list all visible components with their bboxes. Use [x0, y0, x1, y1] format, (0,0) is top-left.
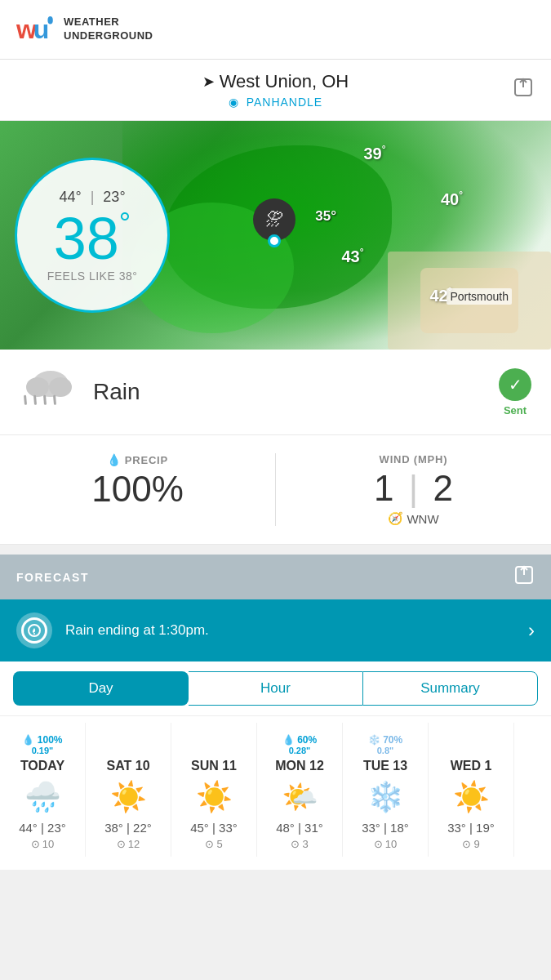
- svg-point-15: [33, 633, 35, 635]
- tue-wind-icon: ⊙: [374, 838, 383, 850]
- alert-text: Rain ending at 1:30pm.: [65, 622, 515, 639]
- mon-precip: 💧 60% 0.28": [282, 729, 317, 755]
- forecast-tabs: Day Hour Summary: [0, 662, 551, 715]
- nav-arrow-icon: ➤: [202, 73, 215, 91]
- svg-text:u: u: [33, 15, 50, 44]
- wind-stat: WIND (MPH) 1 | 2 🧭 WNW: [276, 453, 551, 526]
- wed-icon: ☀️: [453, 780, 490, 814]
- wed-temps: 33° | 19°: [447, 821, 495, 835]
- tue-wind: ⊙ 10: [374, 838, 397, 850]
- today-wind: ⊙ 10: [31, 838, 54, 850]
- compass-icon: 🧭: [388, 511, 403, 526]
- drop-icon: 💧: [107, 453, 122, 466]
- today-precip: 💧 100% 0.19": [22, 729, 62, 755]
- sat-icon: ☀️: [110, 780, 147, 814]
- map-temp-2: 40°: [441, 189, 463, 209]
- forecast-day-tue[interactable]: ❄️ 70% 0.8" TUE 13 ❄️ 33° | 18° ⊙ 10: [343, 723, 429, 857]
- location-bar: ➤ West Union, OH ◉ PANHANDLE: [0, 60, 551, 121]
- mon-wind-icon: ⊙: [291, 838, 300, 850]
- temp-hi-lo: 44° | 23°: [59, 189, 125, 206]
- stats-row: 💧 PRECIP 100% WIND (MPH) 1 | 2 🧭 WNW: [0, 435, 551, 545]
- sun-wind-icon: ⊙: [205, 838, 214, 850]
- forecast-day-sun[interactable]: SUN 11 ☀️ 45° | 33° ⊙ 5: [171, 723, 257, 857]
- rain-cloud-icon: [20, 364, 77, 420]
- condition-row: Rain ✓ Sent: [0, 350, 551, 435]
- forecast-day-sat[interactable]: SAT 10 ☀️ 38° | 22° ⊙ 12: [86, 723, 171, 857]
- sat-wind-icon: ⊙: [117, 838, 126, 850]
- sent-check-icon: ✓: [499, 368, 531, 401]
- sat-wind: ⊙ 12: [117, 838, 140, 850]
- forecast-header: FORECAST: [0, 555, 551, 599]
- svg-point-2: [47, 16, 52, 24]
- forecast-section: FORECAST Rain ending at 1:30pm. › Day Ho…: [0, 555, 551, 870]
- today-icon: 🌧️: [24, 780, 61, 814]
- svg-point-6: [26, 377, 49, 397]
- sat-temps: 38° | 22°: [104, 821, 152, 835]
- sun-icon: ☀️: [196, 780, 233, 814]
- condition-label: Rain: [93, 379, 499, 405]
- tab-day[interactable]: Day: [13, 671, 189, 706]
- temp-divider: |: [91, 189, 95, 205]
- svg-point-7: [49, 377, 72, 397]
- app-header: w u WEATHER UNDERGROUND: [0, 0, 551, 60]
- sun-name: SUN 11: [191, 759, 237, 773]
- today-name: TODAY: [20, 759, 64, 773]
- alert-icon-circle: [16, 612, 52, 648]
- precip-stat: 💧 PRECIP 100%: [0, 453, 276, 526]
- svg-rect-8: [24, 395, 27, 405]
- tue-precip: ❄️ 70% 0.8": [368, 729, 402, 755]
- station-name: ◉ PANHANDLE: [16, 96, 535, 109]
- precip-label: 💧 PRECIP: [16, 453, 259, 466]
- svg-rect-11: [53, 395, 56, 405]
- mon-icon: 🌤️: [282, 780, 318, 814]
- weather-map-card: 44° | 23° 38° FEELS LIKE 38° 39° 40° 43°…: [0, 121, 551, 545]
- radar-map: 44° | 23° 38° FEELS LIKE 38° 39° 40° 43°…: [0, 121, 551, 350]
- wind-label: WIND (MPH): [292, 453, 535, 466]
- tue-name: TUE 13: [363, 759, 407, 773]
- sun-temps: 45° | 33°: [190, 821, 238, 835]
- tab-summary[interactable]: Summary: [362, 671, 538, 706]
- forecast-days-list: 💧 100% 0.19" TODAY 🌧️ 44° | 23° ⊙ 10 SAT…: [0, 715, 551, 870]
- forecast-day-today[interactable]: 💧 100% 0.19" TODAY 🌧️ 44° | 23° ⊙ 10: [0, 723, 86, 857]
- wind-value: 1 | 2: [292, 470, 535, 506]
- sent-badge: ✓ Sent: [499, 368, 531, 416]
- alert-chevron-icon: ›: [528, 619, 535, 642]
- pin-dot: [268, 234, 281, 247]
- current-temperature: 38°: [54, 209, 131, 268]
- sat-name: SAT 10: [106, 759, 149, 773]
- alert-icon-inner: [21, 617, 47, 644]
- tab-hour[interactable]: Hour: [189, 671, 362, 706]
- wed-wind: ⊙ 9: [462, 838, 479, 850]
- location-share-button[interactable]: [512, 76, 535, 104]
- map-temp-3: 43°: [342, 247, 364, 266]
- tue-temps: 33° | 18°: [362, 821, 409, 835]
- today-temps: 44° | 23°: [19, 821, 66, 835]
- mon-temps: 48° | 31°: [276, 821, 323, 835]
- wed-wind-icon: ⊙: [462, 838, 471, 850]
- wind-circle-icon: ⊙: [31, 838, 40, 850]
- pin-temp: 35°: [315, 208, 336, 225]
- sent-label: Sent: [504, 404, 527, 416]
- forecast-day-mon[interactable]: 💧 60% 0.28" MON 12 🌤️ 48° | 31° ⊙ 3: [257, 723, 343, 857]
- temp-high: 44°: [59, 189, 81, 205]
- feels-like: FEELS LIKE 38°: [47, 270, 138, 283]
- precip-value: 100%: [16, 471, 259, 507]
- app-logo: w u WEATHER UNDERGROUND: [16, 15, 153, 44]
- app-name-text: WEATHER UNDERGROUND: [64, 16, 153, 43]
- tue-icon: ❄️: [367, 780, 404, 814]
- location-name: ➤ West Union, OH: [16, 71, 535, 92]
- temperature-circle: 44° | 23° 38° FEELS LIKE 38°: [15, 158, 170, 313]
- wu-logo-icon: w u: [16, 15, 56, 44]
- sun-wind: ⊙ 5: [205, 838, 222, 850]
- forecast-day-wed[interactable]: WED 1 ☀️ 33° | 19° ⊙ 9: [429, 723, 514, 857]
- mon-name: MON 12: [275, 759, 324, 773]
- map-temp-1: 39°: [364, 144, 386, 163]
- portsmouth-label: Portsmouth: [447, 288, 512, 305]
- radio-icon: ◉: [229, 96, 239, 109]
- forecast-alert-banner[interactable]: Rain ending at 1:30pm. ›: [0, 599, 551, 662]
- forecast-title: FORECAST: [16, 571, 89, 584]
- wed-name: WED 1: [451, 759, 492, 773]
- svg-rect-10: [43, 395, 47, 405]
- forecast-share-button[interactable]: [513, 564, 535, 590]
- temp-low: 23°: [103, 189, 125, 205]
